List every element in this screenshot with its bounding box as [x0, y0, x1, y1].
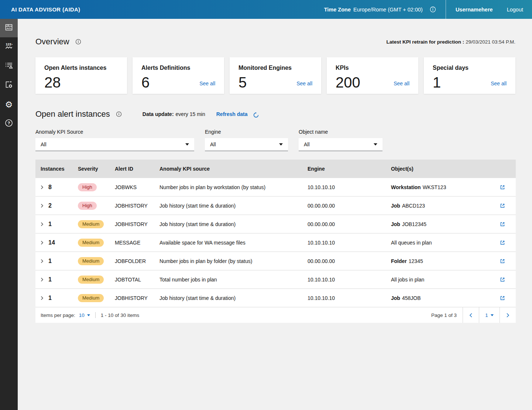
- table-row: 1 Medium JOBHISTORY Job history (start t…: [35, 215, 516, 233]
- filter-label-engine: Engine: [205, 129, 288, 135]
- see-all-link[interactable]: See all: [394, 81, 409, 86]
- open-external-link-icon[interactable]: [500, 240, 505, 246]
- sidebar-item-kpis[interactable]: 123: [0, 37, 18, 57]
- instances-count: 1: [48, 221, 52, 228]
- open-external-link-icon[interactable]: [500, 203, 505, 209]
- chevron-down-icon: [87, 314, 90, 316]
- chevron-down-icon: [491, 314, 494, 316]
- sidebar-item-alert-definitions[interactable]: [0, 57, 18, 76]
- instances-count: 1: [48, 258, 52, 264]
- help-icon: ?: [4, 119, 13, 129]
- see-all-link[interactable]: See all: [296, 81, 312, 86]
- items-per-page-value: 10: [79, 312, 85, 318]
- kpi-source: Job history (start time & duration): [159, 295, 308, 301]
- see-all-link[interactable]: See all: [491, 81, 507, 86]
- chevron-down-icon: [374, 143, 377, 146]
- kpi-source: Job history (start time & duration): [159, 203, 308, 209]
- instances-count: 1: [48, 295, 52, 301]
- alerts-info-icon[interactable]: [116, 111, 122, 117]
- card-title: KPIs: [336, 65, 409, 71]
- items-per-page-label: Items per page:: [41, 312, 75, 318]
- timezone-info-icon[interactable]: [430, 6, 436, 13]
- col-alert-id: Alert ID: [115, 166, 159, 172]
- alert-definitions-icon: [4, 61, 13, 71]
- sidebar-nav: 123: [0, 19, 18, 410]
- previous-page-button[interactable]: [463, 307, 479, 323]
- open-external-link-icon[interactable]: [500, 258, 505, 264]
- col-kpi-source: Anomaly KPI source: [159, 166, 308, 172]
- card-alert-definitions: Alerts Definitions 6 See all: [133, 57, 224, 94]
- kpi-source: Job history (start time & duration): [159, 221, 308, 227]
- page-number-select[interactable]: 1: [479, 307, 500, 323]
- top-bar: AI DATA ADVISOR (AIDA) Time Zone Europe/…: [0, 0, 532, 19]
- object-type: Workstation: [391, 184, 421, 190]
- items-per-page-select[interactable]: 10: [79, 312, 90, 318]
- object-type: Job: [391, 221, 400, 227]
- sidebar-item-engines[interactable]: [0, 76, 18, 95]
- engine-value: 10.10.10.10: [308, 240, 391, 246]
- object-value: WKST123: [423, 184, 446, 190]
- see-all-link[interactable]: See all: [199, 81, 215, 86]
- severity-badge: High: [78, 183, 97, 191]
- instances-count: 1: [48, 276, 52, 283]
- row-expand-chevron-icon[interactable]: [41, 204, 44, 208]
- kpi-source-dropdown[interactable]: All: [35, 138, 194, 151]
- alerts-table: Instances Severity Alert ID Anomaly KPI …: [35, 160, 516, 323]
- main-content: Overview Latest KPI retrain for predicti…: [18, 19, 532, 410]
- next-page-button[interactable]: [500, 307, 516, 323]
- dropdown-value: All: [210, 141, 216, 147]
- filters-row: Anomaly KPI Source All Engine All Object…: [35, 129, 515, 151]
- table-row: 14 Medium MESSAGE Available space for WA…: [35, 233, 516, 252]
- row-expand-chevron-icon[interactable]: [41, 240, 44, 245]
- refresh-icon[interactable]: [253, 112, 259, 118]
- alerts-section-title: Open alert instances: [35, 109, 110, 119]
- overview-info-icon[interactable]: [75, 39, 81, 45]
- severity-badge: Medium: [78, 239, 104, 247]
- retrain-value: 29/03/2021 03:54 P.M.: [466, 39, 515, 45]
- svg-text:?: ?: [7, 121, 10, 125]
- table-row: 1 Medium JOBHISTORY Job history (start t…: [35, 289, 516, 307]
- table-row: 8 High JOBWKS Number jobs in plan by wor…: [35, 178, 516, 197]
- card-kpis: KPIs 200 See all: [327, 57, 418, 94]
- row-expand-chevron-icon[interactable]: [41, 185, 44, 189]
- data-update-label: Data update:: [143, 111, 174, 117]
- row-expand-chevron-icon[interactable]: [41, 277, 44, 282]
- kpi-source: Available space for WA message files: [159, 240, 308, 246]
- sidebar-item-help[interactable]: ?: [0, 114, 18, 133]
- sidebar-item-dashboard[interactable]: [0, 19, 18, 37]
- open-external-link-icon[interactable]: [500, 277, 505, 283]
- alert-id: JOBTOTAL: [115, 277, 159, 283]
- engine-value: 10.10.10.10: [308, 277, 391, 283]
- current-page-value: 1: [485, 312, 488, 318]
- kpi-source: Total number jobs in plan: [159, 277, 308, 283]
- card-special-days: Special days 1 See all: [424, 57, 515, 94]
- object-name-dropdown[interactable]: All: [299, 138, 382, 151]
- overview-title: Overview: [35, 37, 69, 47]
- engine-config-icon: [4, 80, 13, 90]
- instances-count: 2: [48, 202, 52, 209]
- logout-button[interactable]: Logout: [507, 7, 532, 13]
- settings-gear-icon: ⚙: [5, 100, 13, 109]
- alert-id: JOBHISTORY: [115, 221, 159, 227]
- engine-dropdown[interactable]: All: [205, 138, 288, 151]
- open-external-link-icon[interactable]: [500, 221, 505, 227]
- open-external-link-icon[interactable]: [500, 295, 505, 301]
- sidebar-item-settings[interactable]: ⚙: [0, 95, 18, 114]
- object-value: ABCD123: [402, 203, 425, 209]
- page-indicator: Page 1 of 3: [431, 312, 457, 318]
- alert-id: JOBHISTORY: [115, 203, 159, 209]
- alert-id: JOBHISTORY: [115, 295, 159, 301]
- open-external-link-icon[interactable]: [500, 184, 505, 190]
- severity-badge: Medium: [78, 257, 104, 265]
- filter-label-object-name: Object name: [299, 129, 382, 135]
- row-expand-chevron-icon[interactable]: [41, 259, 44, 263]
- dropdown-value: All: [304, 141, 310, 147]
- instances-count: 14: [48, 239, 55, 246]
- row-expand-chevron-icon[interactable]: [41, 222, 44, 226]
- object-value: 12345: [409, 258, 423, 264]
- card-title: Alerts Definitions: [141, 65, 215, 71]
- dropdown-value: All: [41, 141, 47, 147]
- row-expand-chevron-icon[interactable]: [41, 296, 44, 300]
- username-menu[interactable]: Usernamehere: [446, 7, 507, 13]
- refresh-data-link[interactable]: Refresh data: [216, 111, 248, 117]
